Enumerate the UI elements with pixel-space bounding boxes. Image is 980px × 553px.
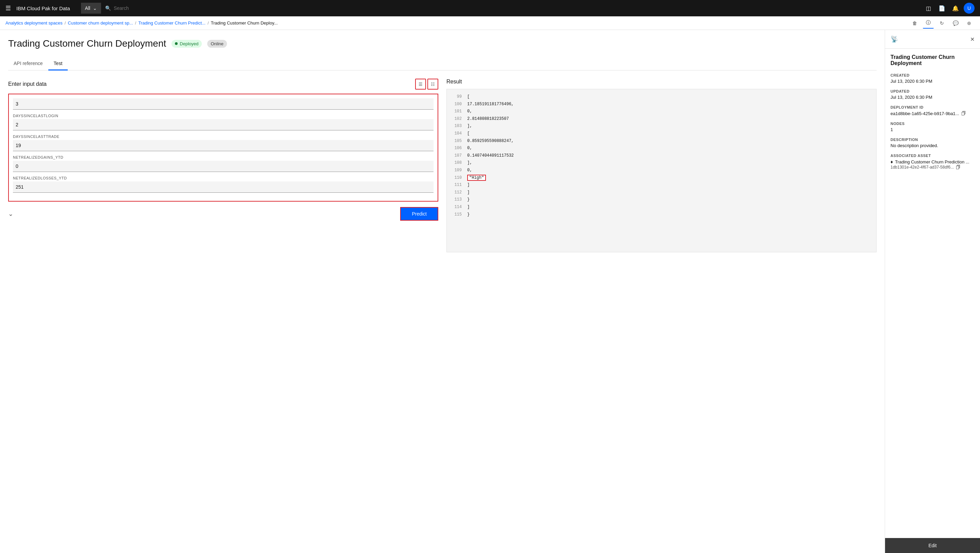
code-line: 104 [ [451, 130, 872, 137]
tabs: API reference Test [8, 57, 877, 70]
search-input[interactable] [114, 5, 917, 11]
code-line: 114 ] [451, 204, 872, 211]
right-panel-content: Trading Customer Churn Deployment Create… [885, 49, 980, 181]
code-line: 111 ] [451, 182, 872, 189]
line-content: [ [467, 93, 469, 101]
asset-name-row: ♦ Trading Customer Churn Prediction ... [891, 159, 975, 164]
topnav-icons: ◫ 📄 🔔 U [923, 3, 975, 14]
line-content: 2.814808818223507 [467, 115, 509, 123]
avatar[interactable]: U [964, 3, 975, 14]
line-number: 107 [451, 152, 462, 160]
line-number: 114 [451, 204, 462, 211]
apps-icon[interactable]: ◫ [923, 3, 934, 14]
right-panel-header: 📡 ✕ [885, 30, 980, 49]
line-number: 112 [451, 189, 462, 196]
code-line: 109 0, [451, 167, 872, 174]
breadcrumb-sep-2: / [135, 21, 137, 25]
history-icon[interactable]: ↻ [937, 18, 947, 29]
updated-value: Jul 13, 2020 6:30 PM [891, 95, 975, 100]
line-content: } [467, 211, 469, 218]
hamburger-icon[interactable]: ☰ [5, 5, 11, 12]
result-panel: Result 99 [100 17.185191181776496,101 0,… [447, 79, 877, 252]
edit-button[interactable]: Edit [885, 538, 980, 553]
associated-asset-label: Associated asset [891, 154, 975, 158]
page-title: Trading Customer Churn Deployment [8, 38, 166, 49]
breadcrumb-analytics[interactable]: Analytics deployment spaces [5, 21, 63, 25]
result-code[interactable]: 99 [100 17.185191181776496,101 0,102 2.8… [447, 89, 877, 252]
page-header: Trading Customer Churn Deployment Deploy… [8, 38, 877, 49]
deployed-label: Deployed [180, 41, 198, 46]
breadcrumb-sep-3: / [208, 21, 209, 25]
line-content: 0, [467, 108, 472, 115]
predict-button[interactable]: Predict [400, 207, 438, 221]
created-value: Jul 13, 2020 6:30 PM [891, 79, 975, 84]
breadcrumb-current: Trading Customer Churn Deploy... [211, 21, 278, 25]
dayssincelastlogin-label: DAYSSINCELASTLOGIN [13, 114, 434, 118]
info-icon[interactable]: ⓘ [923, 18, 934, 29]
form-field-dayssincelastlogin: DAYSSINCELASTLOGIN [13, 114, 434, 131]
line-number: 101 [451, 108, 462, 115]
expand-btn[interactable]: ⌄ [8, 210, 13, 218]
input-panel-header: Enter input data ☰ ☷ [8, 79, 438, 89]
copy-asset-id-icon[interactable]: 🗍 [956, 164, 961, 170]
code-line: 108 ], [451, 159, 872, 167]
chevron-down-icon: ⌄ [93, 5, 97, 11]
copy-deployment-id-icon[interactable]: 🗍 [961, 111, 966, 116]
asset-name: Trading Customer Churn Prediction ... [895, 159, 969, 164]
code-line: 103 ], [451, 123, 872, 130]
asset-id-row: 1db1301e-42e2-4f67-ad37-58df6... 🗍 [891, 164, 975, 170]
tab-test[interactable]: Test [48, 57, 68, 70]
code-line: 113 } [451, 196, 872, 204]
updated-label: Updated [891, 89, 975, 93]
dayssincelasttrade-input[interactable] [13, 140, 434, 151]
comment-icon[interactable]: 💬 [950, 18, 961, 29]
line-number: 113 [451, 196, 462, 204]
input-panel: Enter input data ☰ ☷ DAYSSINCELASTLOGIN [8, 79, 438, 252]
result-title: Result [447, 79, 877, 85]
breadcrumb-churn-space[interactable]: Customer churn deployment sp... [68, 21, 133, 25]
asset-icon: ♦ [891, 159, 893, 164]
code-line: 110 "High" [451, 174, 872, 182]
topnav: ☰ IBM Cloud Pak for Data All ⌄ 🔍 ◫ 📄 🔔 U [0, 0, 980, 16]
highlight-value: "High" [467, 175, 486, 181]
deployment-id-value-row: ea1d8bbe-1a65-425e-b917-9ba1... 🗍 [891, 111, 975, 116]
signal-icon: 📡 [891, 35, 898, 43]
close-icon[interactable]: ✕ [970, 36, 975, 43]
list-view-btn[interactable]: ☰ [415, 79, 426, 89]
breadcrumb-actions: 🗑 ⓘ ↻ 💬 ⊛ [909, 18, 975, 29]
tab-api-reference[interactable]: API reference [8, 57, 48, 70]
code-line: 107 0.14074044091117532 [451, 152, 872, 160]
netrealizedlosses-input[interactable] [13, 182, 434, 193]
search-bar[interactable]: 🔍 [105, 5, 917, 11]
netrealizedgains-input[interactable] [13, 161, 434, 172]
line-number: 115 [451, 211, 462, 218]
dayssincelastlogin-input[interactable] [13, 119, 434, 131]
document-icon[interactable]: 📄 [937, 3, 947, 14]
updated-row: Updated Jul 13, 2020 6:30 PM [891, 89, 975, 100]
deployment-id-row: Deployment ID ea1d8bbe-1a65-425e-b917-9b… [891, 105, 975, 116]
nodes-icon[interactable]: ⊛ [964, 18, 975, 29]
delete-icon[interactable]: 🗑 [909, 18, 920, 29]
created-label: Created [891, 73, 975, 77]
netrealizedgains-label: NETREALIZEDGAINS_YTD [13, 155, 434, 159]
grid-view-btn[interactable]: ☷ [427, 79, 438, 89]
main-layout: Trading Customer Churn Deployment Deploy… [0, 30, 980, 553]
breadcrumb-bar: Analytics deployment spaces / Customer c… [0, 16, 980, 30]
line-content: ] [467, 204, 469, 211]
notifications-icon[interactable]: 🔔 [950, 3, 961, 14]
all-dropdown[interactable]: All ⌄ [81, 3, 102, 14]
line-number: 104 [451, 130, 462, 137]
code-line: 112 ] [451, 189, 872, 196]
two-column-layout: Enter input data ☰ ☷ DAYSSINCELASTLOGIN [8, 79, 877, 260]
input-form: DAYSSINCELASTLOGIN DAYSSINCELASTTRADE NE… [8, 94, 438, 202]
nodes-row: Nodes 1 [891, 121, 975, 132]
deployed-badge: Deployed [172, 40, 202, 48]
code-line: 101 0, [451, 108, 872, 115]
line-number: 111 [451, 182, 462, 189]
line-content: "High" [467, 174, 486, 182]
field-1-input[interactable] [13, 99, 434, 110]
line-content: 0.14074044091117532 [467, 152, 514, 160]
line-content: ] [467, 182, 469, 189]
line-number: 99 [451, 93, 462, 101]
breadcrumb-churn-predict[interactable]: Trading Customer Churn Predict... [138, 21, 205, 25]
